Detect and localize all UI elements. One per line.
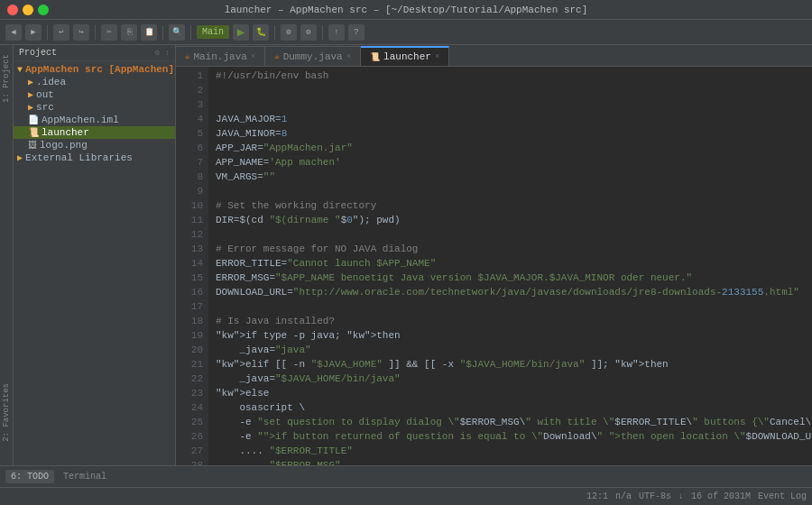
iml-file-icon: 📄 [28,115,39,125]
idea-folder-label: .idea [36,77,66,87]
undo-icon[interactable]: ↩ [53,24,69,41]
project-label: Project [19,48,57,58]
line-numbers: 1234567891011121314151617181920212223242… [176,67,208,465]
src-folder-icon: ▶ [28,102,33,113]
tab-main-java-close[interactable]: × [251,52,255,61]
sh-icon: 📜 [370,52,380,62]
todo-tab[interactable]: 6: TODO [5,470,54,483]
project-panel-tab[interactable]: 1: Project [0,49,13,108]
tab-launcher-label: launcher [383,51,431,62]
paste-icon[interactable]: 📋 [141,24,157,41]
terminal-tab[interactable]: Terminal [58,470,112,483]
nav-forward-icon[interactable]: ▶ [25,24,42,41]
cursor-pos: 12:1 [586,491,608,501]
java-icon-2: ☕ [274,51,279,61]
tab-launcher-close[interactable]: × [435,52,439,61]
tab-launcher[interactable]: 📜 launcher × [361,46,449,66]
out-folder-label: out [36,89,54,100]
run-button[interactable]: ▶ [233,24,249,41]
memory-usage: 16 of 2031M [691,491,751,501]
idea-folder-icon: ▶ [28,77,33,87]
tree-item-logo[interactable]: 🖼 logo.png [14,139,175,152]
tree-item-idea[interactable]: ▶ .idea [14,76,175,88]
logo-file-label: logo.png [40,140,88,151]
vcs-icon[interactable]: ↑ [328,24,345,41]
nav-back-icon[interactable]: ◀ [5,24,22,41]
tree-item-src[interactable]: ▶ src [14,101,175,114]
cut-icon[interactable]: ✂ [101,24,117,41]
status-right: 12:1 n/a UTF-8s ↓ 16 of 2031M Event Log [586,491,807,501]
left-vertical-tabs: 1: Project 2: Favorites [0,45,14,465]
launcher-file-icon: 📜 [28,127,39,138]
tree-item-ext-libs[interactable]: ▶ External Libraries [14,152,175,164]
window-title: launcher – AppMachen src – [~/Desktop/Tu… [225,5,588,15]
redo-icon[interactable]: ↪ [73,24,89,41]
selection-info: n/a [615,491,632,501]
tree-item-launcher[interactable]: 📜 launcher [14,126,175,139]
line-sep-icon: ↓ [678,491,684,501]
project-header: Project ⚙ ↕ [14,45,175,61]
toolbar-separator-2 [95,25,96,40]
minimize-button[interactable] [23,5,33,15]
ext-libs-icon: ▶ [17,152,23,163]
project-header-icons: ⚙ ↕ [155,48,170,58]
launcher-file-label: launcher [42,127,89,138]
titlebar: launcher – AppMachen src – [~/Desktop/Tu… [0,0,812,20]
maximize-button[interactable] [38,5,49,15]
build-icon[interactable]: ⚙ [281,24,297,41]
toolbar-separator-4 [190,25,191,40]
toolbar-separator-6 [322,25,323,40]
java-icon: ☕ [185,51,189,61]
toolbar-separator-3 [162,25,163,40]
tree-item-iml[interactable]: 📄 AppMachen.iml [14,114,175,126]
tab-dummy-java[interactable]: ☕ Dummy.java × [265,46,361,66]
code-editor[interactable]: #!/usr/bin/env bash JAVA_MAJOR=1 JAVA_MI… [208,67,812,465]
toolbar: ◀ ▶ ↩ ↪ ✂ ⎘ 📋 🔍 Main ▶ 🐛 ⚙ ⚙ ↑ ? [0,20,812,45]
file-tree: ▼ AppMachen src [AppMachen] ▶ .idea ▶ ou… [14,61,175,465]
logo-file-icon: 🖼 [28,140,37,151]
project-root-icon: ▼ [17,65,23,75]
editor-main: 1234567891011121314151617181920212223242… [176,67,812,465]
encoding: UTF-8s [639,491,671,501]
project-panel: Project ⚙ ↕ ▼ AppMachen src [AppMachen] … [14,45,176,465]
window-controls[interactable] [7,5,49,15]
tree-item-out[interactable]: ▶ out [14,88,175,101]
tree-item-appmachen[interactable]: ▼ AppMachen src [AppMachen] [14,63,175,76]
tab-dummy-java-label: Dummy.java [283,51,343,62]
help-icon[interactable]: ? [348,24,364,41]
main-config-button[interactable]: Main [197,25,229,39]
ext-libs-label: External Libraries [25,152,133,163]
tab-main-java[interactable]: ☕ Main.java × [176,46,265,66]
favorites-panel-tab[interactable]: 2: Favorites [0,378,13,447]
tab-main-java-label: Main.java [193,51,246,62]
close-button[interactable] [7,5,18,15]
src-folder-label: src [36,102,54,113]
toolbar-separator [47,25,48,40]
toolbar-separator-5 [274,25,275,40]
statusbar: 12:1 n/a UTF-8s ↓ 16 of 2031M Event Log [0,487,812,505]
bottom-tabs: 6: TODO Terminal [0,465,812,487]
copy-icon[interactable]: ⎘ [121,24,137,41]
search-icon[interactable]: 🔍 [169,24,185,41]
iml-file-label: AppMachen.iml [42,115,119,125]
out-folder-icon: ▶ [28,89,33,100]
tab-dummy-java-close[interactable]: × [346,52,351,61]
debug-icon[interactable]: 🐛 [253,24,269,41]
project-root-label: AppMachen src [AppMachen] [25,64,174,75]
editor-tabs: ☕ Main.java × ☕ Dummy.java × 📜 launcher … [176,45,812,67]
settings-icon[interactable]: ⚙ [300,24,317,41]
editor-wrapper: ☕ Main.java × ☕ Dummy.java × 📜 launcher … [176,45,812,465]
event-log-right: Event Log [758,491,807,501]
